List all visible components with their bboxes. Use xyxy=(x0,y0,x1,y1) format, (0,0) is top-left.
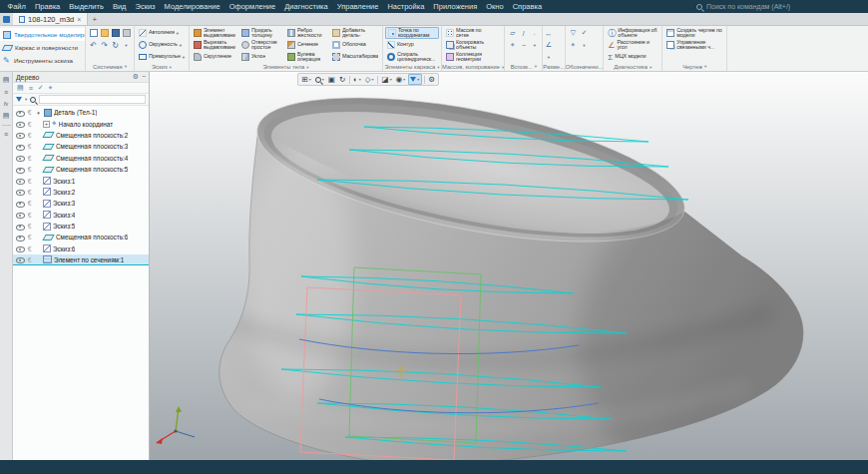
add-stock-part-button[interactable]: Добавить деталь-заготов... xyxy=(330,27,380,39)
angular-dimension-icon[interactable] xyxy=(546,39,552,51)
menu-view[interactable]: Вид xyxy=(108,2,131,11)
hide-state-icon[interactable] xyxy=(26,166,33,173)
aux-line-icon[interactable] xyxy=(522,42,526,49)
aux-point-icon[interactable] xyxy=(534,30,536,37)
tree-collapse-icon[interactable] xyxy=(142,73,146,81)
mass-properties-button[interactable]: МЦХ модели xyxy=(606,51,659,63)
show-all-button[interactable] xyxy=(326,74,336,85)
menu-select[interactable]: Выделить xyxy=(65,2,109,11)
new-tab-button[interactable] xyxy=(88,13,101,25)
tree-structure-view-icon[interactable] xyxy=(17,84,24,92)
visibility-eye-icon[interactable] xyxy=(15,108,24,117)
fillet-button[interactable]: Скругление xyxy=(192,51,237,63)
visibility-eye-icon[interactable] xyxy=(15,120,24,129)
hide-state-icon[interactable] xyxy=(26,234,33,240)
scale-button[interactable]: Масштабирова... xyxy=(330,51,380,63)
visibility-eye-icon[interactable] xyxy=(15,165,24,174)
tree-panel-icon[interactable] xyxy=(3,76,10,84)
visibility-eye-icon[interactable] xyxy=(15,154,24,163)
linear-dimension-icon[interactable] xyxy=(545,27,552,39)
hide-state-icon[interactable] xyxy=(26,132,33,139)
dimensions-more-icon[interactable] xyxy=(548,51,550,63)
tree-settings-icon[interactable] xyxy=(133,73,139,81)
open-document-icon[interactable] xyxy=(101,29,109,37)
grid-array-button[interactable]: Массив по сетке xyxy=(444,27,496,39)
hide-state-icon[interactable] xyxy=(26,178,33,185)
menu-applications[interactable]: Приложения xyxy=(429,2,482,11)
aux-plane-icon[interactable] xyxy=(510,29,515,37)
tree-search-view-icon[interactable] xyxy=(49,84,53,92)
tree-item-part[interactable]: Деталь (Тел-1) xyxy=(13,107,149,118)
tree-item-sketch[interactable]: Эскиз:2 xyxy=(13,187,149,198)
menu-window[interactable]: Окно xyxy=(482,2,508,11)
tree-item-origin[interactable]: Начало координат xyxy=(13,118,149,129)
viewport-settings-button[interactable] xyxy=(427,74,437,85)
cut-extrude-button[interactable]: Вырезать выдавливанием xyxy=(192,39,237,51)
document-tab[interactable]: 108-120_m3d xyxy=(13,13,88,25)
toolset-solid-modeling[interactable]: Твердотельное моделирование xyxy=(0,28,85,41)
group-label-diagnostics[interactable]: Диагностика xyxy=(604,63,661,71)
model-canvas[interactable] xyxy=(150,72,868,460)
geometry-collection-button[interactable]: Коллекция геометрии xyxy=(444,51,496,63)
group-label-system[interactable]: Системная xyxy=(86,62,134,71)
tree-item-plane[interactable]: Смещенная плоскость:6 xyxy=(13,232,149,242)
command-search[interactable]: Поиск по командам (Alt+/) xyxy=(696,3,868,10)
section-button[interactable]: Сечение xyxy=(285,39,328,51)
hide-state-icon[interactable] xyxy=(26,121,33,128)
tree-search-input[interactable] xyxy=(39,95,146,104)
manage-linked-drawings-button[interactable]: Управление связанными ч... xyxy=(664,39,724,51)
group-label-sketch[interactable]: Эскиз xyxy=(135,63,189,71)
group-label-drawing[interactable]: Чертеж xyxy=(662,62,726,71)
libraries-panel-icon[interactable] xyxy=(3,112,10,120)
distance-angle-button[interactable]: Расстояние и угол xyxy=(606,39,659,51)
filter-objects-button[interactable] xyxy=(408,74,422,85)
dropdown-caret-icon[interactable] xyxy=(183,55,185,60)
undo-icon[interactable] xyxy=(90,41,97,50)
visibility-eye-icon[interactable] xyxy=(15,177,24,186)
copy-objects-button[interactable]: Копировать объекты xyxy=(444,39,496,51)
hide-state-icon[interactable] xyxy=(26,256,33,263)
visibility-eye-icon[interactable] xyxy=(15,131,24,140)
menu-settings[interactable]: Настройка xyxy=(383,2,429,11)
zoom-button[interactable] xyxy=(313,74,325,85)
section-view-button[interactable] xyxy=(380,74,393,85)
group-label-notation[interactable]: Обозначени... xyxy=(566,62,603,71)
group-label-body-elements[interactable]: Элементы тела xyxy=(190,63,382,71)
tree-item-loft-selected[interactable]: Элемент по сечениям:1 xyxy=(13,254,149,265)
tree-item-plane[interactable]: Смещенная плоскость:3 xyxy=(13,141,149,152)
rebuild-icon[interactable] xyxy=(112,41,119,50)
visibility-eye-icon[interactable] xyxy=(15,188,24,197)
parameters-panel-icon[interactable] xyxy=(4,89,8,96)
expander-icon[interactable] xyxy=(35,110,42,116)
aux-coordinate-system-icon[interactable] xyxy=(511,41,515,49)
cylindrical-spiral-button[interactable]: Спираль цилиндрическ... xyxy=(385,51,439,63)
draft-button[interactable]: Уклон xyxy=(239,51,283,63)
rib-button[interactable]: Ребро жесткости xyxy=(285,27,328,39)
shell-button[interactable]: Оболочка xyxy=(330,39,380,51)
tree-item-plane[interactable]: Смещенная плоскость:5 xyxy=(13,164,149,175)
viewport-3d[interactable] xyxy=(150,72,868,460)
display-mode-button[interactable] xyxy=(352,74,363,85)
tree-item-sketch[interactable]: Эскиз:4 xyxy=(13,210,149,221)
simple-hole-button[interactable]: Отверстие простое xyxy=(239,39,283,51)
menu-edit[interactable]: Правка xyxy=(30,2,64,11)
menu-management[interactable]: Управление xyxy=(332,2,383,11)
object-info-button[interactable]: Информация об объекте xyxy=(606,27,659,39)
contour-button[interactable]: Контур xyxy=(385,39,439,51)
group-label-dimensions[interactable]: Разме... xyxy=(543,63,565,71)
hide-state-icon[interactable] xyxy=(26,245,33,252)
visibility-eye-icon[interactable] xyxy=(15,222,24,231)
hide-state-icon[interactable] xyxy=(26,155,33,162)
toolset-sketch-tools[interactable]: Инструменты эскиза xyxy=(0,54,85,67)
group-label-frame-elements[interactable]: Элементы каркаса xyxy=(383,63,441,71)
menu-formatting[interactable]: Оформление xyxy=(224,2,280,11)
menu-help[interactable]: Справка xyxy=(508,2,546,11)
autoline-button[interactable]: Автолиния xyxy=(137,27,187,39)
hide-objects-button[interactable] xyxy=(394,74,407,85)
boolean-button[interactable]: Булева операция xyxy=(285,51,328,63)
new-document-icon[interactable] xyxy=(90,29,98,37)
hide-state-icon[interactable] xyxy=(26,189,33,196)
system-more-icon[interactable] xyxy=(125,43,127,48)
create-drawing-button[interactable]: Создать чертеж по модели xyxy=(664,27,724,39)
aux-axis-icon[interactable] xyxy=(523,30,525,37)
